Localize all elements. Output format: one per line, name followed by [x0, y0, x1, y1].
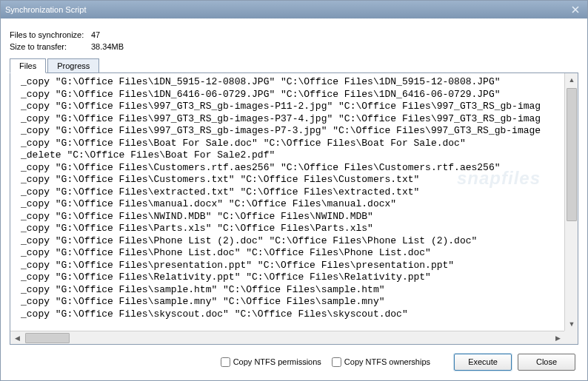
copy-ntfs-ownerships-label: Copy NTFS ownerships	[344, 357, 430, 366]
script-line[interactable]: _copy "G:\Office Files\997_GT3_RS_gb-ima…	[21, 101, 561, 113]
script-line[interactable]: _copy "G:\Office Files\NWIND.MDB" "C:\Of…	[21, 211, 561, 223]
close-button[interactable]: Close	[518, 354, 575, 371]
window-frame: Synchronization Script Files to synchron…	[0, 0, 588, 381]
script-line[interactable]: _copy "G:\Office Files\manual.docx" "C:\…	[21, 198, 561, 211]
script-line[interactable]: _delete "C:\Office Files\Boat For Sale2.…	[21, 149, 561, 162]
script-line[interactable]: _copy "G:\Office Files\Relativity.ppt" "…	[21, 272, 561, 284]
script-line[interactable]: _copy "G:\Office Files\presentation.ppt"…	[21, 260, 561, 272]
horizontal-scrollbar[interactable]: ◀ ▶	[10, 331, 564, 344]
content-frame: snapfiles _copy "G:\Office Files\1DN_591…	[10, 73, 578, 345]
copy-ntfs-permissions-input[interactable]	[221, 357, 230, 367]
files-to-sync-label: Files to synchronize:	[10, 29, 91, 41]
vertical-scroll-thumb[interactable]	[567, 88, 577, 221]
size-to-transfer-label: Size to transfer:	[10, 41, 91, 53]
footer: Copy NTFS permissions Copy NTFS ownershi…	[10, 349, 578, 374]
script-line[interactable]: _copy "G:\Office Files\1DN_5915-12-0808.…	[21, 76, 561, 89]
files-to-sync-value: 47	[91, 29, 100, 41]
window-close-button[interactable]	[568, 4, 583, 16]
close-icon	[572, 6, 579, 13]
script-line[interactable]: _copy "G:\Office Files\Customers.rtf.aes…	[21, 162, 561, 175]
window-body: Files to synchronize: 47 Size to transfe…	[1, 18, 587, 380]
copy-ntfs-ownerships-checkbox[interactable]: Copy NTFS ownerships	[332, 357, 430, 367]
script-text[interactable]: _copy "G:\Office Files\1DN_5915-12-0808.…	[10, 73, 564, 331]
stats-block: Files to synchronize: 47 Size to transfe…	[10, 29, 578, 53]
script-line[interactable]: _copy "G:\Office Files\Customers.txt" "C…	[21, 174, 561, 186]
tab-progress[interactable]: Progress	[47, 58, 99, 73]
window-title: Synchronization Script	[5, 5, 568, 14]
button-group: Execute Close	[454, 354, 575, 371]
copy-ntfs-ownerships-input[interactable]	[332, 357, 341, 367]
script-line[interactable]: _copy "G:\Office Files\Phone List (2).do…	[21, 235, 561, 248]
script-line[interactable]: _copy "G:\Office Files\extracted.txt" "C…	[21, 186, 561, 199]
size-to-transfer-value: 38.34MB	[91, 41, 124, 53]
script-line[interactable]: _copy "G:\Office Files\997_GT3_RS_gb-ima…	[21, 125, 561, 138]
execute-button[interactable]: Execute	[454, 354, 512, 371]
script-line[interactable]: _copy "G:\Office Files\Boat For Sale.doc…	[21, 138, 561, 150]
script-line[interactable]: _copy "G:\Office Files\Phone List.doc" "…	[21, 247, 561, 260]
copy-ntfs-permissions-checkbox[interactable]: Copy NTFS permissions	[221, 357, 321, 367]
titlebar[interactable]: Synchronization Script	[1, 1, 587, 18]
tab-bar: Files Progress	[10, 58, 578, 73]
horizontal-scroll-thumb[interactable]	[25, 333, 70, 343]
scroll-left-button[interactable]: ◀	[10, 331, 24, 344]
script-line[interactable]: _copy "G:\Office Files\1DN_6416-06-0729.…	[21, 89, 561, 101]
script-line[interactable]: _copy "G:\Office Files\sample.mny" "C:\O…	[21, 296, 561, 308]
tab-files[interactable]: Files	[10, 58, 46, 73]
scroll-corner	[564, 331, 578, 344]
scroll-right-button[interactable]: ▶	[551, 331, 564, 344]
scroll-down-button[interactable]: ▼	[565, 317, 578, 331]
vertical-scrollbar[interactable]: ▲ ▼	[564, 73, 578, 331]
script-line[interactable]: _copy "G:\Office Files\997_GT3_RS_gb-ima…	[21, 113, 561, 126]
script-line[interactable]: _copy "G:\Office Files\sample.htm" "C:\O…	[21, 284, 561, 297]
script-line[interactable]: _copy "G:\Office Files\Parts.xls" "C:\Of…	[21, 223, 561, 235]
scroll-up-button[interactable]: ▲	[565, 73, 578, 87]
script-area[interactable]: snapfiles _copy "G:\Office Files\1DN_591…	[10, 73, 578, 344]
copy-ntfs-permissions-label: Copy NTFS permissions	[233, 357, 321, 366]
script-line[interactable]: _copy "G:\Office Files\skyscout.doc" "C:…	[21, 308, 561, 321]
